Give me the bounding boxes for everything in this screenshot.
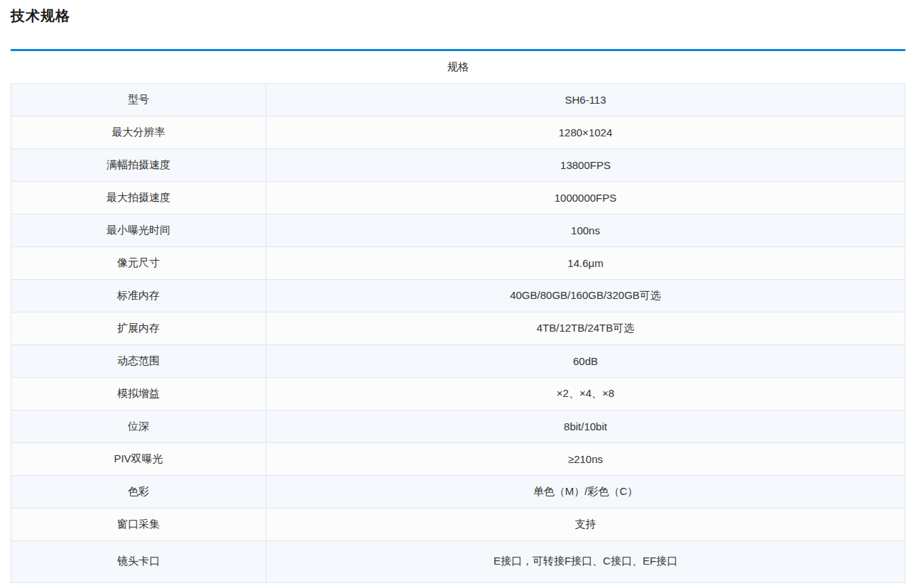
- spec-label: 最大分辨率: [11, 116, 266, 148]
- spec-value: 100ns: [266, 214, 905, 246]
- spec-value: 40GB/80GB/160GB/320GB可选: [266, 279, 905, 312]
- spec-value: 4TB/12TB/24TB可选: [266, 312, 905, 344]
- spec-table-head: 规格: [11, 51, 905, 83]
- spec-label: 扩展内存: [11, 312, 266, 344]
- table-row: PIV双曝光≥210ns: [11, 442, 905, 475]
- spec-value: SH6-113: [266, 83, 905, 116]
- spec-label: 色彩: [11, 475, 266, 508]
- spec-value: 1280×1024: [266, 116, 905, 148]
- table-row: 型号SH6-113: [11, 83, 905, 116]
- spec-table: 规格 型号SH6-113最大分辨率1280×1024满幅拍摄速度13800FPS…: [11, 51, 905, 583]
- spec-value: 单色（M）/彩色（C）: [266, 475, 905, 508]
- spec-table-container: 规格 型号SH6-113最大分辨率1280×1024满幅拍摄速度13800FPS…: [11, 49, 905, 583]
- table-row: 位深8bit/10bit: [11, 410, 905, 442]
- table-row: 最大分辨率1280×1024: [11, 116, 905, 148]
- table-header-label: 规格: [11, 51, 905, 83]
- spec-label: 镜头卡口: [11, 540, 266, 582]
- table-row: 像元尺寸14.6μm: [11, 246, 905, 279]
- table-row: 动态范围60dB: [11, 344, 905, 377]
- spec-value: 13800FPS: [266, 148, 905, 181]
- table-row: 色彩单色（M）/彩色（C）: [11, 475, 905, 508]
- spec-label: 最大拍摄速度: [11, 181, 266, 214]
- spec-value: E接口，可转接F接口、C接口、EF接口: [266, 540, 905, 582]
- spec-value: 8bit/10bit: [266, 410, 905, 442]
- table-header-row: 规格: [11, 51, 905, 83]
- spec-table-body: 型号SH6-113最大分辨率1280×1024满幅拍摄速度13800FPS最大拍…: [11, 83, 905, 582]
- spec-value: 60dB: [266, 344, 905, 377]
- spec-label: 窗口采集: [11, 508, 266, 540]
- table-row: 最小曝光时间100ns: [11, 214, 905, 246]
- table-row: 扩展内存4TB/12TB/24TB可选: [11, 312, 905, 344]
- table-row: 窗口采集支持: [11, 508, 905, 540]
- table-row: 模拟增益×2、×4、×8: [11, 377, 905, 410]
- spec-value: ≥210ns: [266, 442, 905, 475]
- spec-value: 14.6μm: [266, 246, 905, 279]
- spec-label: 动态范围: [11, 344, 266, 377]
- spec-label: 标准内存: [11, 279, 266, 312]
- spec-label: PIV双曝光: [11, 442, 266, 475]
- spec-value: 支持: [266, 508, 905, 540]
- spec-value: 1000000FPS: [266, 181, 905, 214]
- spec-label: 模拟增益: [11, 377, 266, 410]
- spec-label: 型号: [11, 83, 266, 116]
- spec-label: 位深: [11, 410, 266, 442]
- table-row: 最大拍摄速度1000000FPS: [11, 181, 905, 214]
- spec-label: 像元尺寸: [11, 246, 266, 279]
- spec-label: 满幅拍摄速度: [11, 148, 266, 181]
- table-row: 标准内存40GB/80GB/160GB/320GB可选: [11, 279, 905, 312]
- table-row: 镜头卡口E接口，可转接F接口、C接口、EF接口: [11, 540, 905, 582]
- page-title: 技术规格: [11, 0, 905, 24]
- table-row: 满幅拍摄速度13800FPS: [11, 148, 905, 181]
- spec-label: 最小曝光时间: [11, 214, 266, 246]
- page: 技术规格 规格 型号SH6-113最大分辨率1280×1024满幅拍摄速度138…: [0, 0, 916, 583]
- spec-value: ×2、×4、×8: [266, 377, 905, 410]
